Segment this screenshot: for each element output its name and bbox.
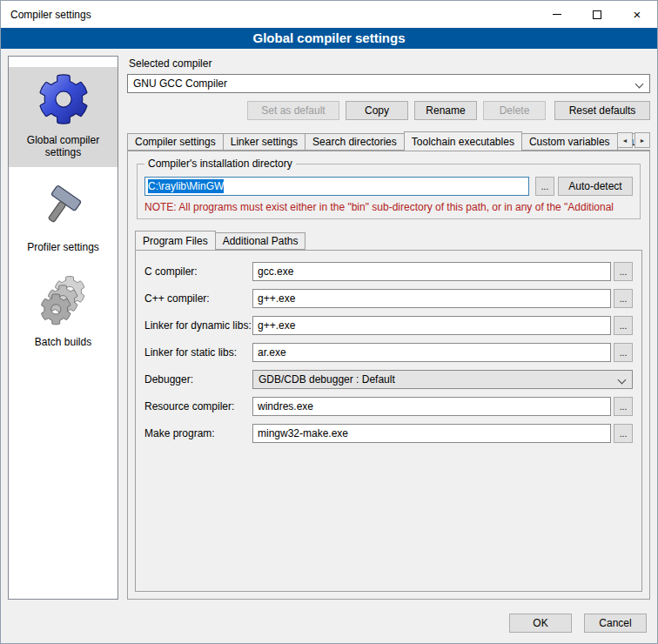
cpp-compiler-value: g++.exe [258,292,295,305]
tab-linker-settings[interactable]: Linker settings [223,133,306,151]
cpp-compiler-input[interactable]: g++.exe [252,289,611,308]
resource-compiler-browse-button[interactable]: ... [614,397,633,416]
minimize-button[interactable] [537,1,577,28]
field-row-cpp-compiler: C++ compiler: g++.exe ... [144,289,633,308]
maximize-button[interactable] [577,1,617,28]
right-arrow-icon: ► [640,138,646,144]
field-row-dynamic-linker: Linker for dynamic libs: g++.exe ... [144,316,633,335]
installation-directory-group: Compiler's installation directory C:\ray… [137,164,641,219]
close-button[interactable]: × [617,1,657,28]
make-program-browse-button[interactable]: ... [614,424,633,443]
toolchain-executables-panel: Compiler's installation directory C:\ray… [127,151,650,600]
compiler-settings-window: Compiler settings × Global compiler sett… [0,0,658,644]
installation-directory-row: C:\raylib\MinGW ... Auto-detect [144,177,633,196]
make-program-input[interactable]: mingw32-make.exe [252,424,611,443]
field-label: Resource compiler: [144,400,252,413]
dynamic-linker-value: g++.exe [258,319,295,332]
auto-detect-button[interactable]: Auto-detect [558,177,633,196]
minimize-icon [553,14,561,15]
sidebar-item-global-compiler-settings[interactable]: Global compiler settings [9,67,118,167]
tab-search-directories[interactable]: Search directories [305,133,405,151]
hammer-icon [39,181,88,234]
reset-defaults-button[interactable]: Reset defaults [554,101,650,120]
note-text: NOTE: All programs must exist either in … [144,201,633,213]
static-linker-value: ar.exe [258,346,286,359]
caption-buttons: × [537,1,657,28]
tab-program-files[interactable]: Program Files [135,231,216,250]
tab-toolchain-executables[interactable]: Toolchain executables [404,131,522,151]
chevron-down-icon [618,376,627,385]
c-compiler-browse-button[interactable]: ... [614,262,633,281]
field-row-c-compiler: C compiler: gcc.exe ... [144,262,633,281]
program-files-panel: C compiler: gcc.exe ... C++ compiler: g+… [135,250,642,592]
tabs-scroll-area: Compiler settings Linker settings Search… [127,131,650,151]
selected-compiler-label: Selected compiler [129,57,650,70]
program-files-tabstrip: Program Files Additional Paths [135,230,642,250]
set-as-default-button: Set as default [247,101,339,120]
dialog-footer: OK Cancel [1,603,657,643]
sidebar-item-batch-builds[interactable]: Batch builds [9,269,118,357]
sidebar: Global compiler settings Profiler settin… [8,56,118,600]
dynamic-linker-input[interactable]: g++.exe [252,316,611,335]
ok-button[interactable]: OK [509,614,572,633]
chevron-down-icon [635,80,644,89]
make-program-value: mingw32-make.exe [258,427,348,439]
tab-scroll-right-button[interactable]: ► [634,132,650,148]
field-label: Linker for dynamic libs: [144,319,252,332]
field-label: Make program: [144,427,252,439]
field-label: C compiler: [144,265,252,278]
debugger-select[interactable]: GDB/CDB debugger : Default [252,370,633,389]
close-icon: × [634,8,641,21]
maximize-icon [593,10,601,19]
sidebar-item-label: Batch builds [35,336,91,348]
cancel-button[interactable]: Cancel [584,614,647,633]
left-arrow-icon: ◄ [622,138,628,144]
gear-icon [38,74,89,127]
dialog-content: Global compiler settings Profiler settin… [1,49,657,603]
c-compiler-value: gcc.exe [258,265,293,278]
field-row-make-program: Make program: mingw32-make.exe ... [144,424,633,443]
static-linker-input[interactable]: ar.exe [252,343,611,362]
sidebar-item-label: Global compiler settings [12,134,114,158]
compiler-select-value: GNU GCC Compiler [133,77,227,90]
compiler-select[interactable]: GNU GCC Compiler [127,74,650,93]
sidebar-item-label: Profiler settings [27,241,99,253]
resource-compiler-value: windres.exe [258,400,313,413]
titlebar[interactable]: Compiler settings × [1,1,657,28]
dynamic-linker-browse-button[interactable]: ... [614,316,633,335]
tab-custom-variables[interactable]: Custom variables [521,133,618,151]
tab-additional-paths[interactable]: Additional Paths [215,232,306,250]
group-title: Compiler's installation directory [144,158,296,170]
settings-tabstrip: Compiler settings Linker settings Search… [127,131,650,151]
cpp-compiler-browse-button[interactable]: ... [614,289,633,308]
resource-compiler-input[interactable]: windres.exe [252,397,611,416]
c-compiler-input[interactable]: gcc.exe [252,262,611,281]
static-linker-browse-button[interactable]: ... [614,343,633,362]
sidebar-item-profiler-settings[interactable]: Profiler settings [9,174,118,262]
tab-compiler-settings[interactable]: Compiler settings [127,133,224,151]
field-row-debugger: Debugger: GDB/CDB debugger : Default [144,370,633,389]
copy-button[interactable]: Copy [346,101,408,120]
dialog-header-title: Global compiler settings [1,28,657,49]
rename-button[interactable]: Rename [414,101,477,120]
compiler-actions: Set as default Copy Rename Delete Reset … [127,101,650,120]
installation-directory-value: C:\raylib\MinGW [148,179,224,193]
tab-scroll-left-button[interactable]: ◄ [617,132,633,148]
gears-icon [38,276,89,329]
field-row-static-linker: Linker for static libs: ar.exe ... [144,343,633,362]
subtabs-scroll-area: Program Files Additional Paths [135,230,642,250]
field-label: Debugger: [144,373,252,386]
debugger-select-value: GDB/CDB debugger : Default [258,373,395,386]
field-row-resource-compiler: Resource compiler: windres.exe ... [144,397,633,416]
tab-scroll-buttons: ◄ ► [617,132,650,148]
installation-directory-input[interactable]: C:\raylib\MinGW [144,177,529,196]
delete-button: Delete [483,101,546,120]
main-panel: Selected compiler GNU GCC Compiler Set a… [127,56,650,600]
field-label: C++ compiler: [144,292,252,305]
window-title: Compiler settings [1,9,91,21]
field-label: Linker for static libs: [144,346,252,359]
installation-directory-browse-button[interactable]: ... [535,177,554,196]
